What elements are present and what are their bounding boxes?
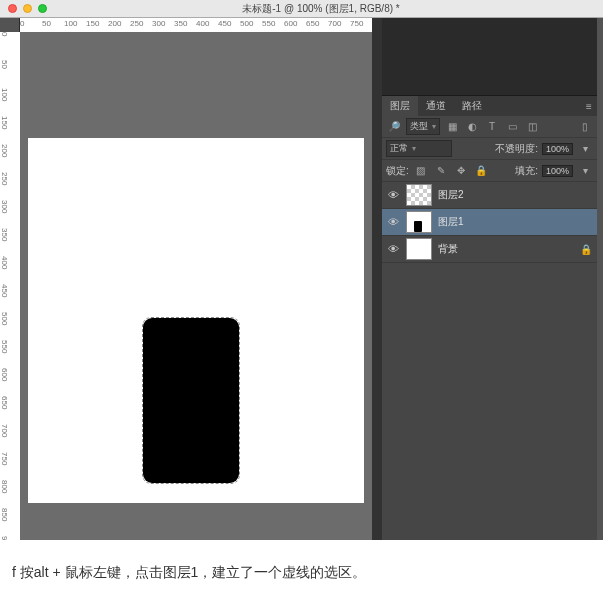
ruler-tick: 650 xyxy=(0,396,9,409)
layer-name[interactable]: 背景 xyxy=(438,242,458,256)
filter-search-icon[interactable]: 🔎 xyxy=(386,119,402,135)
layer-thumbnail[interactable] xyxy=(406,211,432,233)
maximize-icon[interactable] xyxy=(38,4,47,13)
ruler-tick: 200 xyxy=(108,19,121,28)
ruler-tick: 600 xyxy=(284,19,297,28)
chevron-down-icon[interactable]: ▾ xyxy=(577,141,593,157)
fill-value[interactable]: 100% xyxy=(542,165,573,177)
blend-opacity-row: 正常▾ 不透明度: 100% ▾ xyxy=(382,138,597,160)
tab-paths[interactable]: 路径 xyxy=(454,96,490,116)
panels-stack: 图层 通道 路径 ≡ 🔎 类型▾ ▦ ◐ T ▭ ◫ xyxy=(382,18,597,540)
ruler-tick: 750 xyxy=(350,19,363,28)
lock-all-icon[interactable]: 🔒 xyxy=(473,163,489,179)
ruler-tick: 600 xyxy=(0,368,9,381)
close-icon[interactable] xyxy=(8,4,17,13)
lock-fill-row: 锁定: ▨ ✎ ✥ 🔒 填充: 100% ▾ xyxy=(382,160,597,182)
filter-adjust-icon[interactable]: ◐ xyxy=(464,119,480,135)
ruler-tick: 850 xyxy=(0,508,9,521)
ruler-horizontal: 0501001502002503003504004505005506006507… xyxy=(20,18,372,32)
filter-toggle-icon[interactable]: ▯ xyxy=(577,119,593,135)
filter-shape-icon[interactable]: ▭ xyxy=(504,119,520,135)
ruler-tick: 400 xyxy=(196,19,209,28)
artboard[interactable] xyxy=(28,138,364,503)
photoshop-window: 未标题-1 @ 100% (图层1, RGB/8) * 050100150200… xyxy=(0,0,603,540)
layer-row[interactable]: 👁图层1 xyxy=(382,209,597,236)
layers-list: 👁图层2👁图层1👁背景🔒 xyxy=(382,182,597,263)
ruler-tick: 350 xyxy=(0,228,9,241)
opacity-label: 不透明度: xyxy=(495,142,538,156)
opacity-value[interactable]: 100% xyxy=(542,143,573,155)
ruler-tick: 250 xyxy=(0,172,9,185)
ruler-tick: 700 xyxy=(0,424,9,437)
panel-tabs: 图层 通道 路径 ≡ xyxy=(382,96,597,116)
instruction-caption: f 按alt + 鼠标左键，点击图层1，建立了一个虚线的选区。 xyxy=(0,540,603,595)
ruler-tick: 50 xyxy=(0,60,9,69)
lock-icon[interactable]: 🔒 xyxy=(579,244,593,255)
chevron-down-icon[interactable]: ▾ xyxy=(577,163,593,179)
ruler-tick: 150 xyxy=(86,19,99,28)
layer-row[interactable]: 👁图层2 xyxy=(382,182,597,209)
ruler-tick: 0 xyxy=(20,19,24,28)
ruler-tick: 700 xyxy=(328,19,341,28)
ruler-tick: 300 xyxy=(152,19,165,28)
ruler-tick: 100 xyxy=(64,19,77,28)
left-strip: 0501001502002503003504004505005506006507… xyxy=(0,18,20,540)
filter-image-icon[interactable]: ▦ xyxy=(444,119,460,135)
tab-channels[interactable]: 通道 xyxy=(418,96,454,116)
ruler-tick: 500 xyxy=(240,19,253,28)
filter-type-icon[interactable]: T xyxy=(484,119,500,135)
ruler-tick: 450 xyxy=(218,19,231,28)
collapsed-panel[interactable] xyxy=(382,18,597,96)
ruler-tick: 400 xyxy=(0,256,9,269)
ruler-tick: 550 xyxy=(0,340,9,353)
blend-mode-select[interactable]: 正常▾ xyxy=(386,140,452,157)
ruler-tick: 750 xyxy=(0,452,9,465)
visibility-eye-icon[interactable]: 👁 xyxy=(386,189,400,201)
layer-row[interactable]: 👁背景🔒 xyxy=(382,236,597,263)
layer-thumbnail[interactable] xyxy=(406,238,432,260)
panel-gutter xyxy=(372,18,382,540)
lock-label: 锁定: xyxy=(386,164,409,178)
titlebar: 未标题-1 @ 100% (图层1, RGB/8) * xyxy=(0,0,603,18)
main-area: 0501001502002503003504004505005506006507… xyxy=(0,18,603,540)
layers-panel: 图层 通道 路径 ≡ 🔎 类型▾ ▦ ◐ T ▭ ◫ xyxy=(382,96,597,263)
ruler-tick: 500 xyxy=(0,312,9,325)
visibility-eye-icon[interactable]: 👁 xyxy=(386,243,400,255)
ruler-tick: 200 xyxy=(0,144,9,157)
ruler-tick: 100 xyxy=(0,88,9,101)
ruler-tick: 350 xyxy=(174,19,187,28)
ruler-vertical: 0501001502002503003504004505005506006507… xyxy=(0,32,20,540)
selection-marquee xyxy=(142,317,240,484)
ruler-tick: 450 xyxy=(0,284,9,297)
ruler-tick: 650 xyxy=(306,19,319,28)
canvas-area[interactable]: 0501001502002503003504004505005506006507… xyxy=(20,18,372,540)
ruler-tick: 900 xyxy=(0,536,9,540)
ruler-tick: 150 xyxy=(0,116,9,129)
lock-pixels-icon[interactable]: ✎ xyxy=(433,163,449,179)
panel-menu-icon[interactable]: ≡ xyxy=(581,101,597,112)
filter-smart-icon[interactable]: ◫ xyxy=(524,119,540,135)
window-controls xyxy=(8,4,47,13)
visibility-eye-icon[interactable]: 👁 xyxy=(386,216,400,228)
black-rounded-rect-shape xyxy=(143,318,239,483)
ruler-tick: 800 xyxy=(0,480,9,493)
layer-name[interactable]: 图层1 xyxy=(438,215,464,229)
lock-position-icon[interactable]: ✥ xyxy=(453,163,469,179)
document-title: 未标题-1 @ 100% (图层1, RGB/8) * xyxy=(47,2,595,16)
ruler-tick: 50 xyxy=(42,19,51,28)
tab-layers[interactable]: 图层 xyxy=(382,96,418,116)
fill-label: 填充: xyxy=(515,164,538,178)
layer-name[interactable]: 图层2 xyxy=(438,188,464,202)
ruler-tick: 0 xyxy=(0,32,9,36)
ruler-tick: 300 xyxy=(0,200,9,213)
layer-thumbnail[interactable] xyxy=(406,184,432,206)
right-sidebar: 图层 通道 路径 ≡ 🔎 类型▾ ▦ ◐ T ▭ ◫ xyxy=(372,18,597,540)
layer-filter-row: 🔎 类型▾ ▦ ◐ T ▭ ◫ ▯ xyxy=(382,116,597,138)
ruler-tick: 550 xyxy=(262,19,275,28)
ruler-tick: 250 xyxy=(130,19,143,28)
lock-transparent-icon[interactable]: ▨ xyxy=(413,163,429,179)
minimize-icon[interactable] xyxy=(23,4,32,13)
filter-type-select[interactable]: 类型▾ xyxy=(406,118,440,135)
